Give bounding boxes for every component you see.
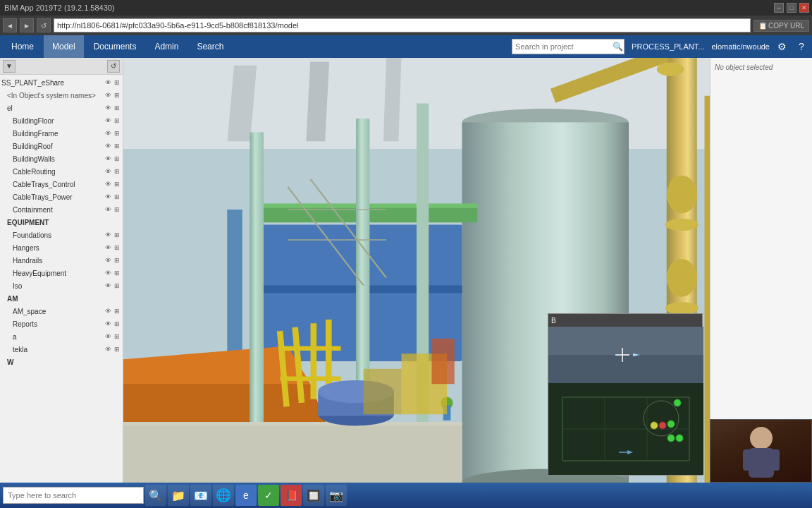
eye-icon[interactable]: 👁 bbox=[104, 117, 112, 124]
address-input[interactable] bbox=[54, 18, 751, 32]
taskbar-app2-icon[interactable]: 📕 bbox=[281, 485, 302, 506]
no-selection-text: No object selected bbox=[715, 64, 773, 71]
tree-item-am-space[interactable]: AM_space 👁 ⊞ bbox=[0, 305, 123, 318]
eye-icon[interactable]: 👁 bbox=[104, 308, 112, 315]
grid-icon[interactable]: ⊞ bbox=[113, 168, 121, 175]
taskbar-email-icon[interactable]: 📧 bbox=[190, 485, 211, 506]
grid-icon[interactable]: ⊞ bbox=[113, 320, 121, 327]
help-icon[interactable]: ? bbox=[794, 39, 809, 54]
eye-icon[interactable]: 👁 bbox=[104, 155, 112, 162]
webcam bbox=[710, 419, 812, 483]
eye-icon[interactable]: 👁 bbox=[104, 333, 112, 340]
minimize-button[interactable]: – bbox=[774, 3, 784, 13]
viewport[interactable]: B bbox=[123, 58, 710, 483]
taskbar-search[interactable] bbox=[3, 487, 144, 504]
eye-icon[interactable]: 👁 bbox=[104, 244, 112, 251]
eye-icon[interactable]: 👁 bbox=[104, 320, 112, 327]
eye-icon[interactable]: 👁 bbox=[104, 130, 112, 137]
tree-item-iso[interactable]: Iso 👁 ⊞ bbox=[0, 279, 123, 292]
eye-icon[interactable]: 👁 bbox=[104, 231, 112, 238]
nav-admin[interactable]: Admin bbox=[146, 35, 187, 58]
taskbar-ie-icon[interactable]: e bbox=[235, 485, 257, 506]
taskbar-search-icon[interactable]: 🔍 bbox=[145, 485, 166, 506]
eye-icon[interactable]: 👁 bbox=[104, 181, 112, 188]
tree-item-w[interactable]: W bbox=[0, 356, 123, 368]
nav-search[interactable]: Search bbox=[188, 35, 232, 58]
project-search-input[interactable] bbox=[515, 42, 613, 51]
tree-item-building-floor[interactable]: BuildingFloor 👁 ⊞ bbox=[0, 114, 123, 127]
grid-icon[interactable]: ⊞ bbox=[113, 92, 121, 99]
close-button[interactable]: ✕ bbox=[799, 3, 809, 13]
grid-icon[interactable]: ⊞ bbox=[113, 270, 121, 277]
grid-icon[interactable]: ⊞ bbox=[113, 143, 121, 150]
tree-item-tekla[interactable]: tekla 👁 ⊞ bbox=[0, 343, 123, 356]
taskbar-browser-icon[interactable]: 🌐 bbox=[213, 485, 234, 506]
tree-item-ss-plant[interactable]: SS_PLANT_eShare 👁 ⊞ bbox=[0, 76, 123, 89]
grid-icon[interactable]: ⊞ bbox=[113, 181, 121, 188]
app-title: BIM App 2019T2 (19.2.1.58430) bbox=[4, 4, 808, 12]
refresh-button[interactable]: ↺ bbox=[37, 18, 51, 32]
tree-item-cable-trays-power[interactable]: CableTrays_Power 👁 ⊞ bbox=[0, 190, 123, 203]
eye-icon[interactable]: 👁 bbox=[104, 104, 112, 111]
grid-icon[interactable]: ⊞ bbox=[113, 193, 121, 200]
back-button[interactable]: ◄ bbox=[3, 18, 17, 32]
grid-icon[interactable]: ⊞ bbox=[113, 282, 121, 289]
tree-item-handrails[interactable]: Handrails 👁 ⊞ bbox=[0, 254, 123, 267]
tree-item-hangers[interactable]: Hangers 👁 ⊞ bbox=[0, 241, 123, 254]
tree-item-containment[interactable]: Containment 👁 ⊞ bbox=[0, 203, 123, 216]
sidebar-refresh-button[interactable]: ↺ bbox=[107, 60, 120, 73]
tree-item-building-frame[interactable]: BuildingFrame 👁 ⊞ bbox=[0, 127, 123, 140]
sidebar: ▼ ↺ SS_PLANT_eShare 👁 ⊞ <In Object's sys… bbox=[0, 58, 123, 483]
maximize-button[interactable]: □ bbox=[787, 3, 796, 13]
tree-item-equipment[interactable]: EQUIPMENT bbox=[0, 216, 123, 229]
tree-item-el[interactable]: el 👁 ⊞ bbox=[0, 102, 123, 114]
tree-item-cable-trays-control[interactable]: CableTrays_Control 👁 ⊞ bbox=[0, 178, 123, 190]
taskbar-files-icon[interactable]: 📁 bbox=[168, 485, 189, 506]
tree-item-building-walls[interactable]: BuildingWalls 👁 ⊞ bbox=[0, 152, 123, 165]
grid-icon[interactable]: ⊞ bbox=[113, 104, 121, 111]
sidebar-dropdown-button[interactable]: ▼ bbox=[3, 60, 16, 73]
forward-button[interactable]: ► bbox=[20, 18, 34, 32]
svg-rect-22 bbox=[250, 132, 264, 439]
tree-item-cable-routing[interactable]: CableRouting 👁 ⊞ bbox=[0, 165, 123, 178]
tree-item-heavy-equipment[interactable]: HeavyEquipment 👁 ⊞ bbox=[0, 267, 123, 279]
eye-icon[interactable]: 👁 bbox=[104, 346, 112, 353]
grid-icon[interactable]: ⊞ bbox=[113, 257, 121, 264]
tree-item-system-names[interactable]: <In Object's system names> 👁 ⊞ bbox=[0, 89, 123, 102]
eye-icon[interactable]: 👁 bbox=[104, 143, 112, 150]
svg-rect-71 bbox=[743, 449, 754, 471]
nav-model[interactable]: Model bbox=[44, 35, 84, 58]
eye-icon[interactable]: 👁 bbox=[104, 257, 112, 264]
tree-item-a[interactable]: a 👁 ⊞ bbox=[0, 330, 123, 343]
eye-icon[interactable]: 👁 bbox=[104, 168, 112, 175]
eye-icon[interactable]: 👁 bbox=[104, 79, 112, 86]
eye-icon[interactable]: 👁 bbox=[104, 92, 112, 99]
grid-icon[interactable]: ⊞ bbox=[113, 333, 121, 340]
nav-home[interactable]: Home bbox=[3, 35, 42, 58]
tree-item-am[interactable]: AM bbox=[0, 292, 123, 305]
project-search-button[interactable]: 🔍 bbox=[613, 42, 623, 52]
grid-icon[interactable]: ⊞ bbox=[113, 231, 121, 238]
minimap-floor-plan: Level +5.790 (Level 2) bbox=[548, 383, 703, 475]
grid-icon[interactable]: ⊞ bbox=[113, 130, 121, 137]
eye-icon[interactable]: 👁 bbox=[104, 282, 112, 289]
grid-icon[interactable]: ⊞ bbox=[113, 244, 121, 251]
tree-item-foundations[interactable]: Foundations 👁 ⊞ bbox=[0, 229, 123, 241]
tree-item-building-roof[interactable]: BuildingRoof 👁 ⊞ bbox=[0, 140, 123, 152]
eye-icon[interactable]: 👁 bbox=[104, 193, 112, 200]
eye-icon[interactable]: 👁 bbox=[104, 206, 112, 213]
tree-item-reports[interactable]: Reports 👁 ⊞ bbox=[0, 318, 123, 330]
grid-icon[interactable]: ⊞ bbox=[113, 346, 121, 353]
grid-icon[interactable]: ⊞ bbox=[113, 117, 121, 124]
taskbar-app1-icon[interactable]: ✓ bbox=[258, 485, 279, 506]
grid-icon[interactable]: ⊞ bbox=[113, 79, 121, 86]
settings-icon[interactable]: ⚙ bbox=[774, 39, 789, 54]
nav-documents[interactable]: Documents bbox=[85, 35, 145, 58]
taskbar-app3-icon[interactable]: 🔲 bbox=[303, 485, 324, 506]
taskbar-camera-icon[interactable]: 📷 bbox=[326, 485, 347, 506]
grid-icon[interactable]: ⊞ bbox=[113, 206, 121, 213]
eye-icon[interactable]: 👁 bbox=[104, 270, 112, 277]
grid-icon[interactable]: ⊞ bbox=[113, 155, 121, 162]
copy-url-button[interactable]: 📋 COPY URL bbox=[753, 20, 809, 32]
grid-icon[interactable]: ⊞ bbox=[113, 308, 121, 315]
